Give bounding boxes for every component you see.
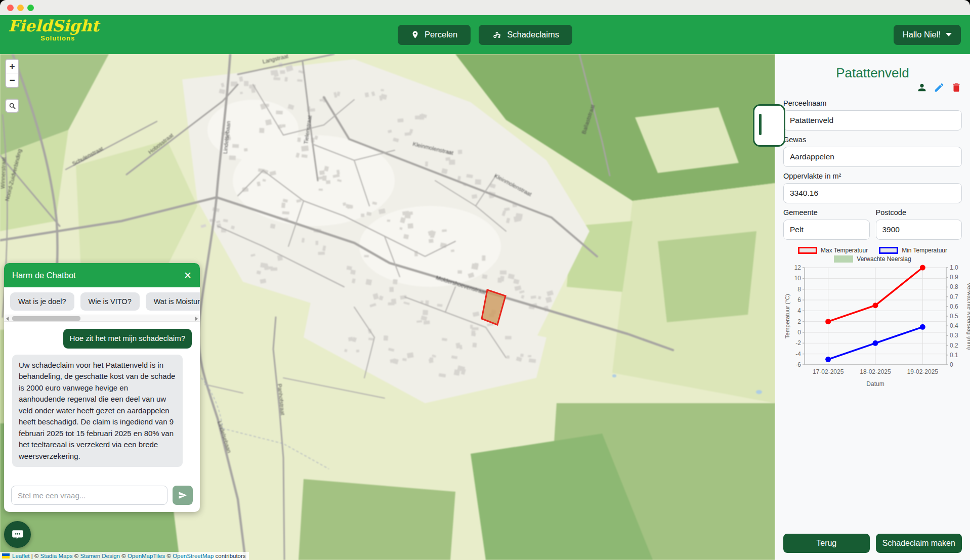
legend-item: Verwachte Neerslag: [834, 255, 911, 263]
main-nav: Percelen Schadeclaims: [398, 25, 572, 45]
svg-text:10: 10: [794, 275, 802, 282]
svg-text:18-02-2025: 18-02-2025: [860, 368, 891, 375]
legend-label: Max Temperatuur: [821, 247, 868, 254]
perceelnaam-input[interactable]: [783, 110, 962, 131]
svg-text:0: 0: [950, 361, 953, 368]
app-header: FieldSight Solutions Percelen Schadeclai…: [0, 15, 970, 54]
tractor-icon: [492, 30, 502, 39]
user-menu-label: Hallo Niel!: [903, 30, 941, 39]
svg-text:Datum: Datum: [866, 380, 884, 387]
attribution-link[interactable]: OpenStreetMap: [173, 553, 214, 559]
attribution-plain: ©: [73, 553, 80, 559]
nav-percelen-button[interactable]: Percelen: [398, 25, 471, 45]
logo-text: FieldSight: [8, 18, 99, 34]
chat-input[interactable]: [11, 486, 167, 505]
gewas-input[interactable]: [783, 147, 962, 167]
attribution-link[interactable]: Leaflet: [12, 553, 30, 559]
assign-user-button[interactable]: [916, 82, 927, 93]
zoom-in-button[interactable]: +: [6, 60, 18, 73]
oppervlakte-input[interactable]: [783, 183, 962, 203]
svg-text:0.9: 0.9: [950, 274, 958, 281]
postcode-input[interactable]: [876, 220, 962, 240]
quick-questions-scrollbar[interactable]: [4, 315, 200, 322]
svg-text:0.1: 0.1: [950, 352, 958, 359]
svg-text:Temperatuur (°C): Temperatuur (°C): [784, 294, 790, 338]
weather-chart-container: Max TemperatuurMin TemperatuurVerwachte …: [783, 247, 962, 392]
map-search-button[interactable]: [5, 99, 19, 113]
app-logo: FieldSight Solutions: [8, 18, 99, 41]
chat-messages: Hoe zit het met mijn schadeclaim? Uw sch…: [4, 322, 200, 484]
nav-schadeclaims-button[interactable]: Schadeclaims: [479, 25, 572, 45]
legend-label: Verwachte Neerslag: [857, 255, 911, 263]
parcel-title: Patattenveld: [783, 65, 962, 81]
user-menu-button[interactable]: Hallo Niel!: [894, 25, 961, 45]
logo-subtext: Solutions: [8, 35, 99, 41]
window-maximize-button[interactable]: [27, 5, 34, 11]
perceelnaam-label: Perceelnaam: [783, 99, 962, 107]
sidebar-footer-buttons: Terug Schadeclaim maken: [783, 534, 962, 553]
weather-chart: 121086420-2-4-61.00.90.80.70.60.50.40.30…: [783, 263, 970, 390]
svg-text:8: 8: [797, 286, 801, 293]
search-icon: [9, 102, 16, 110]
nav-schadeclaims-label: Schadeclaims: [507, 30, 559, 39]
postcode-label: Postcode: [876, 208, 962, 217]
chart-legend: Max TemperatuurMin TemperatuurVerwachte …: [783, 247, 962, 263]
chat-message-bot: Uw schadeclaim voor het Patattenveld is …: [12, 355, 183, 467]
svg-text:0.6: 0.6: [950, 303, 958, 310]
zoom-out-button[interactable]: −: [6, 73, 18, 87]
svg-text:-6: -6: [795, 361, 801, 368]
svg-text:17-02-2025: 17-02-2025: [813, 368, 844, 375]
quick-questions-row: Wat is je doel? Wie is VITO? Wat is Mois…: [4, 287, 200, 315]
attribution-link[interactable]: Stadia Maps: [40, 553, 73, 559]
svg-text:0.4: 0.4: [950, 322, 958, 329]
delete-parcel-button[interactable]: [951, 82, 962, 93]
sidebar-collapse-handle[interactable]: [753, 104, 785, 147]
quick-question-button[interactable]: Wat is je doel?: [10, 292, 74, 311]
scroll-left-icon[interactable]: [6, 317, 9, 321]
edit-parcel-button[interactable]: [934, 82, 945, 93]
legend-item: Max Temperatuur: [798, 247, 868, 254]
svg-text:6: 6: [797, 296, 801, 304]
svg-text:12: 12: [794, 264, 802, 271]
window-minimize-button[interactable]: [17, 5, 24, 11]
window-titlebar: [0, 0, 970, 15]
svg-text:-4: -4: [795, 351, 801, 358]
chatbot-close-button[interactable]: ✕: [184, 271, 192, 280]
legend-item: Min Temperatuur: [879, 247, 947, 254]
nav-percelen-label: Percelen: [425, 30, 457, 39]
gemeente-label: Gemeente: [783, 208, 870, 217]
legend-swatch-icon: [879, 247, 898, 254]
parcel-detail-panel: Patattenveld Perceelnaam Gewas Oppervlak…: [775, 54, 970, 560]
create-claim-button[interactable]: Schadeclaim maken: [876, 534, 962, 553]
quick-question-button[interactable]: Wie is VITO?: [80, 292, 140, 311]
map-pin-icon: [411, 30, 419, 39]
handle-grip-icon: [759, 114, 762, 135]
window-close-button[interactable]: [7, 5, 14, 11]
svg-text:0.3: 0.3: [950, 332, 958, 339]
gemeente-input[interactable]: [783, 220, 870, 240]
svg-text:19-02-2025: 19-02-2025: [907, 368, 939, 375]
send-icon: [178, 491, 187, 500]
back-button[interactable]: Terug: [783, 534, 870, 553]
attribution-link[interactable]: OpenMapTiles: [128, 553, 165, 559]
chatbot-fab[interactable]: [4, 521, 31, 548]
user-icon: [916, 82, 927, 93]
svg-text:4: 4: [797, 307, 801, 314]
attribution-link[interactable]: Stamen Design: [80, 553, 120, 559]
scroll-right-icon[interactable]: [195, 317, 198, 321]
attribution-text: Leaflet | © Stadia Maps © Stamen Design …: [12, 553, 246, 559]
attribution-plain: contributors: [214, 553, 245, 559]
svg-text:0.7: 0.7: [950, 293, 958, 300]
quick-question-button[interactable]: Wat is Moisture Stress?: [146, 292, 200, 311]
chatbot-panel: Harm de Chatbot ✕ Wat is je doel? Wie is…: [4, 263, 200, 512]
map-attribution: Leaflet | © Stadia Maps © Stamen Design …: [0, 552, 249, 560]
chatbot-header: Harm de Chatbot ✕: [4, 263, 200, 287]
legend-swatch-icon: [834, 255, 853, 263]
scrollbar-thumb[interactable]: [12, 316, 80, 321]
chatbot-title: Harm de Chatbot: [12, 271, 184, 280]
send-button[interactable]: [173, 486, 193, 505]
svg-text:-2: -2: [795, 339, 801, 347]
street-label: Winnerstraat: [0, 157, 7, 189]
app-window: FieldSight Solutions Percelen Schadeclai…: [0, 0, 970, 560]
ukraine-flag-icon: [2, 553, 10, 558]
